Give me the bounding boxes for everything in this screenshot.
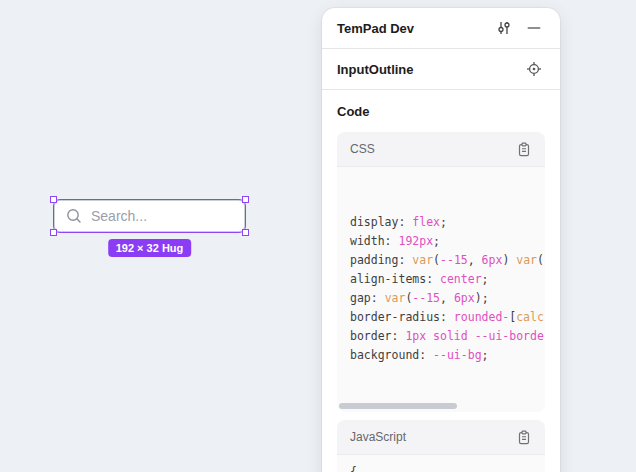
- css-block-header: CSS: [337, 132, 545, 167]
- panel-header: TemPad Dev: [322, 8, 560, 49]
- minimize-icon: [526, 20, 542, 36]
- code-section-label: Code: [337, 104, 545, 119]
- javascript-block-title: JavaScript: [350, 430, 406, 444]
- code-line: align-items: center;: [350, 270, 545, 289]
- selection-handle-top-left[interactable]: [50, 196, 57, 203]
- code-line: padding: var(--15, 6px) var(--: [350, 251, 545, 270]
- selection-handle-top-right[interactable]: [242, 196, 249, 203]
- minimize-button[interactable]: [523, 17, 545, 39]
- selected-input-component[interactable]: Search... 192 × 32 Hug: [54, 200, 245, 232]
- code-line: gap: var(--15, 6px);: [350, 289, 545, 308]
- search-placeholder: Search...: [91, 208, 147, 224]
- code-line: display: flex;: [350, 213, 545, 232]
- css-code-body: display: flex;width: 192px;padding: var(…: [337, 167, 545, 412]
- size-badge: 192 × 32 Hug: [108, 239, 192, 257]
- search-input[interactable]: Search...: [54, 200, 245, 232]
- javascript-code-body: { display: 'flex', width: '192px', paddi…: [337, 455, 545, 472]
- javascript-code-block: JavaScript { display: 'flex', width: '19…: [337, 420, 545, 472]
- locate-icon: [526, 61, 542, 77]
- horizontal-scrollbar-thumb[interactable]: [339, 403, 457, 409]
- panel-title: TemPad Dev: [337, 21, 493, 36]
- selection-handle-bottom-left[interactable]: [50, 229, 57, 236]
- code-line: {: [350, 463, 545, 472]
- copy-css-button[interactable]: [513, 138, 535, 160]
- component-row: InputOutline: [322, 49, 560, 90]
- css-code-block: CSS display: flex;width: 192px;padding: …: [337, 132, 545, 412]
- locate-component-button[interactable]: [523, 58, 545, 80]
- preferences-button[interactable]: [493, 17, 515, 39]
- css-block-title: CSS: [350, 142, 375, 156]
- sliders-icon: [496, 20, 512, 36]
- copy-javascript-button[interactable]: [513, 426, 535, 448]
- code-line: background: --ui-bg;: [350, 346, 545, 365]
- code-line: border: 1px solid --ui-border-: [350, 327, 545, 346]
- code-line: border-radius: rounded-[calc(v: [350, 308, 545, 327]
- clipboard-icon: [517, 430, 531, 445]
- code-section: Code CSS display: flex;width: 192px;padd…: [322, 90, 560, 472]
- code-line: width: 192px;: [350, 232, 545, 251]
- clipboard-icon: [517, 142, 531, 157]
- selection-handle-bottom-right[interactable]: [242, 229, 249, 236]
- magnifier-icon: [65, 207, 83, 225]
- javascript-block-header: JavaScript: [337, 420, 545, 455]
- tempad-dev-panel: TemPad Dev InputOutline: [322, 8, 560, 472]
- component-name: InputOutline: [337, 62, 523, 77]
